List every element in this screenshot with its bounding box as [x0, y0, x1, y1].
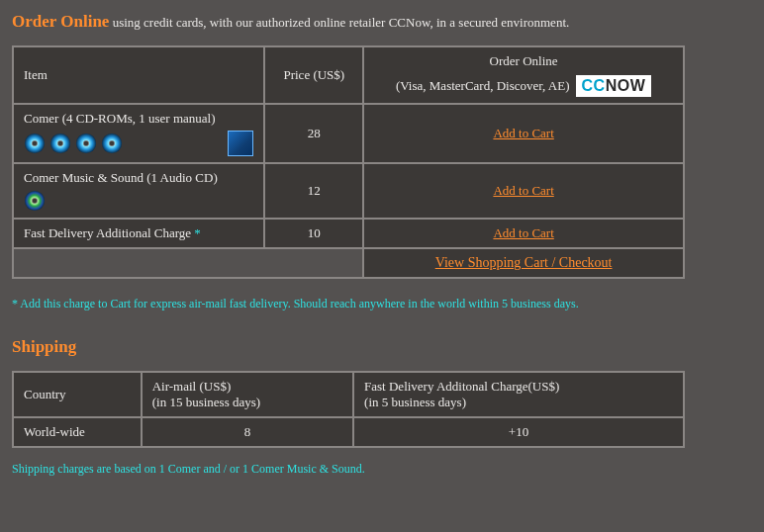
cd-icon	[75, 133, 97, 154]
add-to-cart-link-0[interactable]: Add to Cart	[493, 126, 553, 140]
order-row-2: Fast Delivery Additional Charge * 10 Add…	[13, 219, 684, 248]
cd-icon	[101, 133, 123, 154]
order-header-row: Item Price (US$) Order Online (Visa, Mas…	[13, 46, 684, 104]
add-to-cart-link-2[interactable]: Add to Cart	[493, 225, 553, 240]
order-row-0: Comer (4 CD-ROMs, 1 user manual) 28 Add …	[13, 104, 684, 163]
header-airmail-l2: (in 15 business days)	[152, 395, 342, 410]
svg-point-7	[109, 140, 115, 146]
order-price-1: 12	[264, 163, 363, 219]
header-airmail: Air-mail (US$) (in 15 business days)	[142, 372, 353, 417]
shipping-heading: Shipping	[12, 337, 752, 357]
header-item: Item	[13, 46, 264, 104]
order-item-2-title: Fast Delivery Additional Charge	[24, 225, 191, 240]
order-row-1: Comer Music & Sound (1 Audio CD) 12 Add …	[13, 163, 684, 219]
footnote: * Add this charge to Cart for express ai…	[12, 297, 752, 311]
manual-thumb-icon	[228, 131, 253, 156]
intro-line: Order Online using credit cards, with ou…	[12, 12, 752, 32]
shipping-table: Country Air-mail (US$) (in 15 business d…	[12, 371, 685, 448]
view-cart-row: View Shopping Cart / Checkout	[13, 248, 684, 278]
cd-icon	[49, 133, 71, 154]
shipping-note: Shipping charges are based on 1 Comer an…	[12, 462, 752, 477]
intro-text: using credit cards, with our authorized …	[113, 15, 570, 30]
shipping-row: World-wide 8 +10	[13, 417, 684, 447]
order-item-1-icons	[24, 190, 253, 212]
svg-point-3	[57, 140, 63, 146]
header-order: Order Online (Visa, MasterCard, Discover…	[363, 46, 684, 104]
cd-icon	[24, 190, 46, 212]
order-item-1: Comer Music & Sound (1 Audio CD)	[13, 163, 264, 219]
view-cart-link[interactable]: View Shopping Cart / Checkout	[435, 255, 613, 270]
order-item-0-icons	[24, 131, 253, 156]
order-item-2: Fast Delivery Additional Charge *	[13, 219, 264, 248]
order-item-1-title: Comer Music & Sound (1 Audio CD)	[24, 170, 253, 186]
order-online-heading: Order Online	[12, 12, 109, 31]
svg-point-9	[32, 198, 38, 204]
header-fast-l1: Fast Delivery Additonal Charge(US$)	[364, 379, 673, 395]
header-fast: Fast Delivery Additonal Charge(US$) (in …	[353, 372, 684, 417]
view-cart-cell: View Shopping Cart / Checkout	[363, 248, 684, 278]
order-action-2-cell: Add to Cart	[363, 219, 684, 248]
cd-icon	[24, 133, 46, 154]
order-price-0: 28	[264, 104, 363, 163]
ccnow-cc: CC	[582, 77, 606, 95]
header-order-line2: (Visa, MasterCard, Discover, AE)	[396, 78, 570, 94]
ccnow-badge: CCNOW	[576, 75, 652, 97]
shipping-header-row: Country Air-mail (US$) (in 15 business d…	[13, 372, 684, 417]
order-table: Item Price (US$) Order Online (Visa, Mas…	[12, 45, 685, 279]
order-item-0-title: Comer (4 CD-ROMs, 1 user manual)	[24, 111, 253, 127]
order-action-1-cell: Add to Cart	[363, 163, 684, 219]
header-price: Price (US$)	[264, 46, 363, 104]
shipping-fast: +10	[353, 417, 684, 447]
header-country: Country	[13, 372, 142, 417]
svg-point-5	[83, 140, 89, 146]
order-item-0: Comer (4 CD-ROMs, 1 user manual)	[13, 104, 264, 163]
header-order-line1: Order Online	[374, 53, 673, 69]
shipping-air: 8	[142, 417, 353, 447]
order-price-2: 10	[264, 219, 363, 248]
asterisk-icon: *	[194, 225, 201, 240]
ccnow-now: NOW	[606, 77, 646, 95]
header-airmail-l1: Air-mail (US$)	[152, 379, 342, 395]
header-fast-l2: (in 5 business days)	[364, 395, 673, 410]
shipping-country: World-wide	[13, 417, 142, 447]
order-action-0-cell: Add to Cart	[363, 104, 684, 163]
svg-point-1	[32, 140, 38, 146]
add-to-cart-link-1[interactable]: Add to Cart	[493, 183, 553, 198]
